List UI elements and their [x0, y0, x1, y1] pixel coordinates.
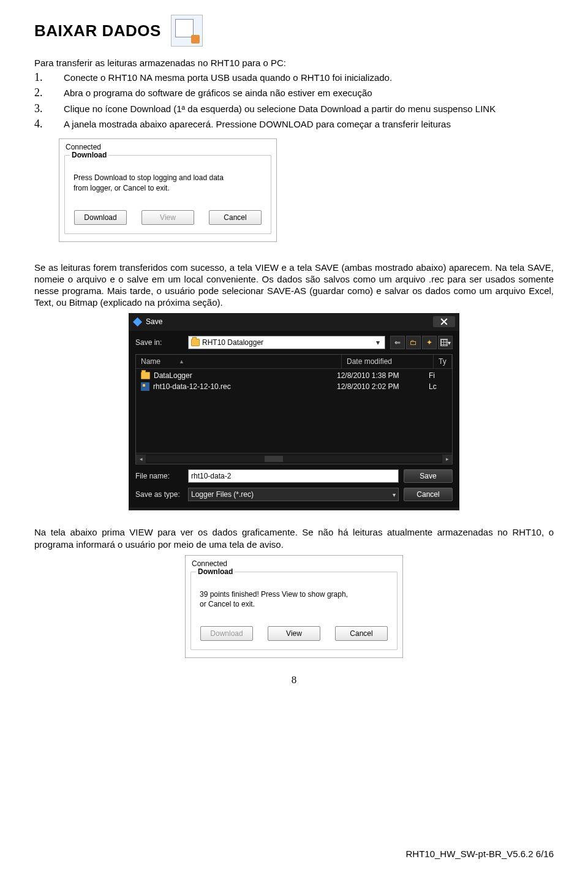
- page-title: BAIXAR DADOS: [34, 21, 161, 40]
- file-type: Lc: [429, 382, 447, 391]
- file-type: Fi: [429, 371, 447, 380]
- steps-list: Conecte o RHT10 NA mesma porta USB usada…: [34, 70, 554, 132]
- scroll-thumb[interactable]: [265, 456, 283, 462]
- dialog-message: 39 points finished! Press View to show g…: [200, 589, 390, 609]
- column-header-type[interactable]: Ty: [434, 355, 452, 368]
- col-name-label: Name: [141, 357, 160, 366]
- save-in-label: Save in:: [135, 338, 183, 347]
- download-dialog-finished: Connected Download 39 points finished! P…: [185, 555, 403, 658]
- dialog-message-line2: or Cancel to exit.: [200, 599, 390, 609]
- view-button[interactable]: View: [141, 210, 194, 225]
- scroll-left-icon[interactable]: ◂: [136, 455, 146, 463]
- fieldset-legend: Download: [70, 151, 108, 159]
- intro-text: Para transferir as leituras armazenadas …: [34, 58, 554, 69]
- file-name: rht10-data-12-12-10.rec: [153, 382, 231, 391]
- file-row[interactable]: rht10-data-12-12-10.rec 12/8/2010 2:02 P…: [136, 381, 452, 392]
- file-date: 12/8/2010 1:38 PM: [337, 371, 429, 380]
- dialog-message: Press Download to stop logging and load …: [74, 173, 263, 192]
- save-button[interactable]: Save: [404, 469, 453, 483]
- fieldset-legend: Download: [196, 567, 235, 576]
- step-3: Clique no ícone Download (1ª da esquerda…: [50, 102, 554, 116]
- view-button[interactable]: View: [268, 626, 320, 641]
- sort-indicator-icon: ▲: [179, 358, 184, 365]
- file-name: DataLogger: [154, 371, 192, 380]
- step-4: A janela mostrada abaixo aparecerá. Pres…: [50, 117, 554, 131]
- save-type-label: Save as type:: [135, 490, 183, 499]
- chevron-down-icon: ▾: [374, 336, 382, 349]
- save-in-dropdown[interactable]: RHT10 Datalogger ▾: [188, 336, 385, 349]
- cancel-button[interactable]: Cancel: [209, 210, 262, 225]
- download-dialog-initial: Connected Download Press Download to sto…: [59, 138, 277, 241]
- dialog-message-line1: 39 points finished! Press View to show g…: [200, 589, 390, 599]
- file-name-input[interactable]: rht10-data-2: [188, 469, 399, 483]
- up-folder-button[interactable]: 🗀: [406, 336, 421, 349]
- cancel-button[interactable]: Cancel: [404, 488, 453, 501]
- save-type-value: Logger Files (*.rec): [191, 490, 254, 499]
- save-in-folder-name: RHT10 Datalogger: [202, 338, 371, 347]
- file-date: 12/8/2010 2:02 PM: [337, 382, 429, 391]
- view-mode-button[interactable]: ▾: [438, 336, 453, 349]
- scroll-right-icon[interactable]: ▸: [442, 455, 452, 463]
- horizontal-scrollbar[interactable]: ◂ ▸: [136, 453, 452, 464]
- close-button[interactable]: [433, 316, 455, 327]
- chevron-down-icon: ▾: [393, 491, 396, 498]
- footer-id: RHT10_HW_SW-pt-BR_V5.6.2 6/16: [406, 849, 554, 859]
- download-button[interactable]: Download: [200, 626, 253, 641]
- close-icon: [440, 318, 448, 325]
- dialog-message-line1: Press Download to stop logging and load …: [74, 173, 263, 183]
- new-folder-button[interactable]: ✦: [422, 336, 437, 349]
- download-button[interactable]: Download: [74, 210, 127, 225]
- page-number: 8: [34, 674, 554, 686]
- folder-icon: [141, 372, 150, 379]
- file-name-label: File name:: [135, 472, 183, 480]
- cancel-button[interactable]: Cancel: [335, 626, 388, 641]
- save-dialog-title: Save: [146, 317, 162, 326]
- file-list[interactable]: Name ▲ Date modified Ty DataLogger 12/8/…: [135, 354, 453, 464]
- folder-icon: [191, 339, 200, 346]
- download-toolbar-icon: [171, 15, 203, 47]
- app-icon: [133, 317, 142, 327]
- step-1: Conecte o RHT10 NA mesma porta USB usada…: [50, 70, 554, 85]
- paragraph-after-save: Na tela abaixo prima VIEW para ver os da…: [34, 526, 554, 550]
- dialog-message-line2: from logger, or Cancel to exit.: [74, 183, 263, 193]
- step-2: Abra o programa do software de gráficos …: [50, 86, 554, 100]
- file-icon: [141, 382, 149, 391]
- paragraph-after-download: Se as leituras forem transferidos com su…: [34, 262, 554, 309]
- save-dialog: Save Save in: RHT10 Datalogger ▾ ⇐ 🗀 ✦ ▾: [129, 313, 459, 510]
- file-row[interactable]: DataLogger 12/8/2010 1:38 PM Fi: [136, 370, 452, 381]
- column-header-name[interactable]: Name ▲: [136, 355, 342, 368]
- save-type-dropdown[interactable]: Logger Files (*.rec) ▾: [188, 488, 399, 501]
- back-button[interactable]: ⇐: [390, 336, 405, 349]
- column-header-date[interactable]: Date modified: [342, 355, 434, 368]
